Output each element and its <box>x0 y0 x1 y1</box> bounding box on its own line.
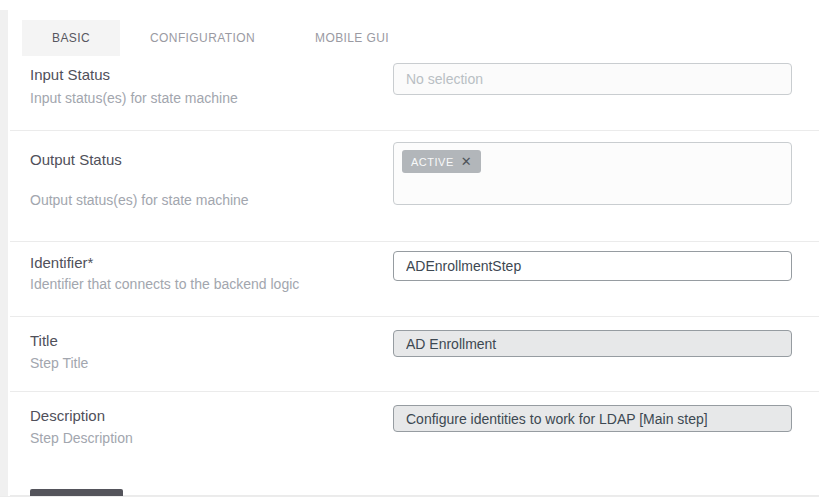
output-status-tag-active: ACTIVE ✕ <box>402 150 481 173</box>
tab-configuration[interactable]: CONFIGURATION <box>120 20 285 56</box>
title-labels: Title Step Title <box>10 317 393 391</box>
partially-visible-button[interactable] <box>30 489 123 496</box>
step-editor-panel: BASIC CONFIGURATION MOBILE GUI Input Sta… <box>0 0 819 497</box>
title-field[interactable] <box>393 330 792 357</box>
field-row-input-status: Input Status Input status(es) for state … <box>10 56 819 131</box>
output-status-multiselect[interactable]: ACTIVE ✕ <box>393 142 792 205</box>
output-status-label: Output Status <box>30 151 393 168</box>
tab-bar: BASIC CONFIGURATION MOBILE GUI <box>0 0 819 56</box>
identifier-inputcol <box>393 242 792 316</box>
input-status-label: Input Status <box>30 66 393 83</box>
field-row-title: Title Step Title <box>10 317 819 392</box>
field-row-identifier: Identifier* Identifier that connects to … <box>10 242 819 317</box>
tag-label: ACTIVE <box>411 156 454 168</box>
identifier-field[interactable] <box>393 251 792 281</box>
field-row-description: Description Step Description <box>10 392 819 496</box>
input-status-labels: Input Status Input status(es) for state … <box>10 56 393 130</box>
title-help: Step Title <box>30 355 393 371</box>
field-row-output-status: Output Status Output status(es) for stat… <box>10 131 819 242</box>
identifier-help: Identifier that connects to the backend … <box>30 276 393 292</box>
description-help: Step Description <box>30 430 393 446</box>
output-status-labels: Output Status Output status(es) for stat… <box>10 131 393 241</box>
title-inputcol <box>393 317 792 391</box>
description-label: Description <box>30 407 393 424</box>
description-inputcol <box>393 392 792 495</box>
title-label: Title <box>30 332 393 349</box>
input-status-inputcol <box>393 56 792 130</box>
identifier-label: Identifier* <box>30 254 393 271</box>
remove-tag-icon[interactable]: ✕ <box>461 155 472 168</box>
tab-basic[interactable]: BASIC <box>22 20 120 56</box>
tab-mobile-gui[interactable]: MOBILE GUI <box>285 20 419 56</box>
output-status-help: Output status(es) for state machine <box>30 192 393 208</box>
identifier-labels: Identifier* Identifier that connects to … <box>10 242 393 316</box>
output-status-inputcol: ACTIVE ✕ <box>393 131 792 241</box>
input-status-help: Input status(es) for state machine <box>30 90 393 106</box>
description-field[interactable] <box>393 405 792 432</box>
description-labels: Description Step Description <box>10 392 393 495</box>
left-gutter <box>0 10 8 496</box>
input-status-field[interactable] <box>393 63 792 95</box>
